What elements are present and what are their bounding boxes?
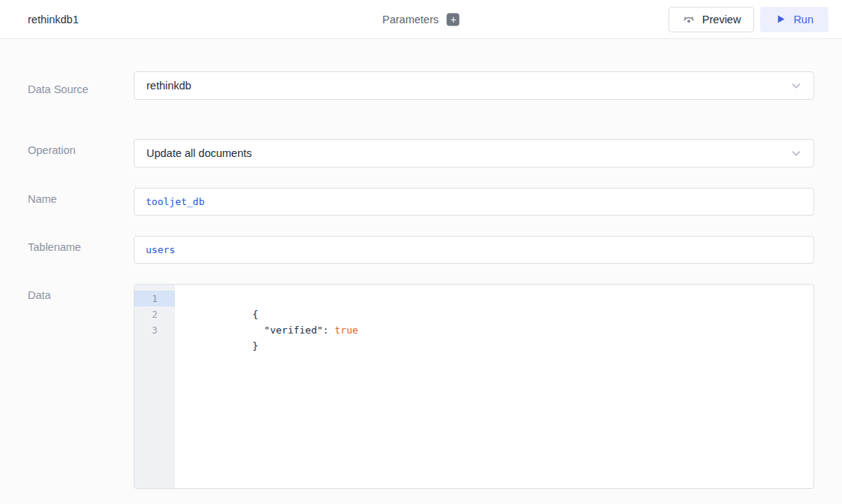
data-source-label: Data Source [28, 71, 134, 95]
play-icon [775, 14, 786, 25]
tablename-row: Tablename [28, 236, 814, 264]
add-parameter-button[interactable]: + [447, 13, 460, 26]
parameters-label: Parameters [382, 14, 439, 26]
operation-row: Operation Update all documents [28, 139, 814, 167]
plus-icon: + [450, 14, 456, 24]
query-title: rethinkdb1 [28, 14, 79, 26]
code-line: "verified": true [182, 306, 813, 322]
data-label: Data [28, 284, 134, 301]
line-number: 1 [134, 291, 175, 306]
editor-gutter: 1 2 3 [134, 285, 175, 488]
operation-select[interactable]: Update all documents [134, 139, 814, 167]
parameters-section: Parameters + [382, 13, 460, 26]
name-input[interactable] [134, 188, 814, 216]
run-button-label: Run [793, 14, 813, 26]
data-source-select[interactable]: rethinkdb [134, 71, 814, 100]
chevron-down-icon [789, 146, 803, 160]
query-editor-topbar: rethinkdb1 Parameters + Preview [0, 0, 842, 39]
line-number: 3 [134, 322, 175, 338]
tablename-input[interactable] [134, 236, 814, 264]
chevron-down-icon [789, 79, 803, 92]
operation-value: Update all documents [146, 147, 252, 159]
line-number: 2 [134, 306, 175, 322]
eye-icon [682, 13, 696, 26]
tablename-label: Tablename [28, 236, 134, 253]
name-label: Name [28, 188, 134, 205]
operation-label: Operation [28, 139, 134, 156]
data-code-editor[interactable]: 1 2 3 { "verified": true } [134, 284, 814, 489]
query-form: Data Source rethinkdb Operation Update a… [0, 39, 842, 489]
preview-button-label: Preview [702, 14, 741, 26]
data-source-value: rethinkdb [146, 80, 192, 92]
name-row: Name [28, 188, 814, 216]
data-row: Data 1 2 3 { "verified": true } [28, 284, 814, 489]
code-line: { [182, 291, 813, 306]
topbar-actions: Preview Run [668, 7, 828, 32]
run-button[interactable]: Run [760, 7, 828, 32]
data-source-row: Data Source rethinkdb [28, 71, 814, 100]
preview-button[interactable]: Preview [668, 7, 755, 32]
editor-code-area[interactable]: { "verified": true } [175, 285, 813, 488]
